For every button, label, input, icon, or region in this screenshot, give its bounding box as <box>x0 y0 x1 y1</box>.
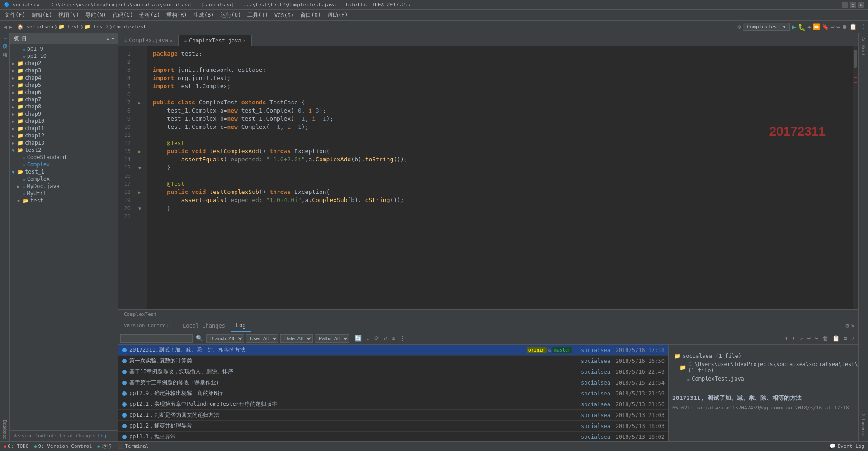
tab-complex-java[interactable]: ☕ Complex.java ✕ <box>118 35 179 46</box>
vc-log-tab[interactable]: Log <box>231 319 251 332</box>
tree-item-chap5[interactable]: ▶ 📁 chap5 <box>10 81 118 89</box>
nav-next-btn[interactable]: ▶ <box>9 23 13 30</box>
status-run[interactable]: ▶ 运行 <box>98 443 112 450</box>
vc-tool4[interactable]: ↩ <box>806 334 812 343</box>
vc-log-item-2[interactable]: 第一次实验,复数的计算类 socialsea 2018/5/16 16:50 <box>118 356 668 366</box>
toolbar-icon4[interactable]: ↩ <box>831 23 835 30</box>
gutter-fold-icon-20[interactable]: ▼ <box>138 206 141 211</box>
vc-date-filter[interactable]: Date: All <box>280 334 313 343</box>
vc-tree-root[interactable]: 📁 socialsea (1 file) <box>672 352 854 360</box>
vc-search-btn[interactable]: 🔍 <box>194 334 204 343</box>
gutter-fold-icon-15[interactable]: ▼ <box>138 165 141 170</box>
status-todo[interactable]: ● 6: TODO <box>4 443 28 449</box>
vc-settings-icon[interactable]: ⚙ <box>845 322 849 329</box>
close-btn[interactable]: ✕ <box>858 2 864 8</box>
vc-log-item-3[interactable]: 基于13章例题修改，实现插入、删除、排序 socialsea 2018/5/16… <box>118 366 668 377</box>
menu-view[interactable]: 视图(V) <box>56 10 82 20</box>
run-config-selector[interactable]: ComplexTest ▾ <box>743 23 790 31</box>
toolbar-icon2[interactable]: ⏩ <box>813 23 820 30</box>
debug-btn[interactable]: 🐛 <box>798 23 806 31</box>
tree-item-chap4[interactable]: ▶ 📁 chap4 <box>10 74 118 81</box>
status-version-control[interactable]: ● 9: Version Control <box>34 443 92 449</box>
vc-log-item-5[interactable]: pp12.9，确定并输出杨辉三角的第N行 socialsea 2018/5/13… <box>118 388 668 399</box>
vc-log-item-1[interactable]: 20172311,测试了加、减、乘、除、相等的方法 origin & maste… <box>118 345 668 356</box>
tree-item-pp1-10[interactable]: ☕ pp1_10 <box>10 52 118 60</box>
tree-item-codestandard[interactable]: ☕ CodeStandard <box>10 154 118 161</box>
menu-generate[interactable]: 生成(B) <box>191 10 217 20</box>
code-content[interactable]: 20172311 package test2; import junit.fra… <box>147 46 853 309</box>
tree-item-test2[interactable]: ▼ 📂 test2 <box>10 146 118 154</box>
vc-tool8[interactable]: ≡ <box>842 334 849 343</box>
menu-refactor[interactable]: 重构(R) <box>164 10 190 20</box>
tree-item-test-root[interactable]: ▼ 📂 test <box>10 197 118 204</box>
vc-tool3[interactable]: ↗ <box>798 334 805 343</box>
tree-item-chap12[interactable]: ▶ 📁 chap12 <box>10 132 118 139</box>
gutter-run-icon-13[interactable]: ▶ <box>138 149 141 154</box>
breadcrumb-test2[interactable]: 📁 test2 <box>84 24 108 30</box>
menu-tools[interactable]: 工具(T) <box>245 10 271 20</box>
vc-tool9[interactable]: ⚡ <box>850 334 856 343</box>
vc-refresh-btn[interactable]: 🔄 <box>353 334 363 343</box>
menu-code[interactable]: 代码(C) <box>110 10 136 20</box>
tab-close-complex[interactable]: ✕ <box>170 38 173 43</box>
vc-log-item-8[interactable]: pp11.2，捕获并处理异常 socialsea 2018/5/13 18:03 <box>118 421 668 432</box>
toolbar-icon5[interactable]: ↪ <box>836 23 840 30</box>
vc-log-item-7[interactable]: pp12.1，判断是否为回文的递归方法 socialsea 2018/5/13 … <box>118 410 668 421</box>
vc-tool2[interactable]: ⬇ <box>791 334 797 343</box>
sidebar-structure-icon[interactable]: 2:结构 <box>1 43 9 51</box>
vc-tool5[interactable]: ↪ <box>814 334 820 343</box>
vc-graph-btn[interactable]: ⊞ <box>391 334 397 343</box>
tree-item-myutil[interactable]: ☕ MyUtil <box>10 190 118 197</box>
coverage-btn[interactable]: ☂ <box>807 23 811 31</box>
toolbar-icon7[interactable]: 📋 <box>849 23 857 30</box>
vc-log-item-9[interactable]: pp11.1，抛出异常 socialsea 2018/5/13 18:02 <box>118 432 668 441</box>
tree-item-complex[interactable]: ☕ Complex <box>10 161 118 168</box>
tree-item-chap10[interactable]: ▶ 📁 chap10 <box>10 117 118 125</box>
menu-help[interactable]: 帮助(H) <box>325 10 351 20</box>
tree-item-chap6[interactable]: ▶ 📁 chap6 <box>10 89 118 96</box>
tree-item-chap8[interactable]: ▶ 📁 chap8 <box>10 103 118 110</box>
log-tab[interactable]: Log <box>98 433 106 438</box>
vc-tool1[interactable]: ⬆ <box>783 334 789 343</box>
tree-item-mydoc[interactable]: ▶ ☕ MyDoc.java <box>10 183 118 190</box>
menu-window[interactable]: 窗口(O) <box>297 10 324 20</box>
vc-arrow-down-btn[interactable]: ↓ <box>365 334 371 343</box>
tab-close-complextest[interactable]: ✕ <box>243 38 246 43</box>
tree-item-complex2[interactable]: ☕ Complex <box>10 175 118 183</box>
project-collapse-icon[interactable]: − <box>111 36 114 42</box>
vc-branch-filter[interactable]: Branch: All <box>206 334 244 343</box>
scrollbar-thumb[interactable] <box>854 50 857 68</box>
vc-paths-filter[interactable]: Paths: All <box>315 334 349 343</box>
vc-tree-file[interactable]: ☕ ComplexTest.java <box>672 375 854 383</box>
tree-item-chap3[interactable]: ▶ 📁 chap3 <box>10 67 118 74</box>
ant-build-label[interactable]: Ant Build <box>860 33 867 59</box>
vc-tool6[interactable]: 🗑 <box>821 334 830 343</box>
tree-item-chap13[interactable]: ▶ 📁 chap13 <box>10 139 118 146</box>
toolbar-icon3[interactable]: 🔖 <box>822 23 829 30</box>
nav-prev-btn[interactable]: ◀ <box>4 23 7 30</box>
menu-nav[interactable]: 导航(N) <box>83 10 109 20</box>
vc-local-changes-tab[interactable]: Local Changes <box>177 319 231 332</box>
vc-close-icon[interactable]: ✕ <box>851 322 854 329</box>
toolbar-icon8[interactable]: ⛶ <box>859 23 864 30</box>
vc-sync-btn[interactable]: ⟳ <box>373 334 381 343</box>
status-event-log[interactable]: 💬 Event Log <box>830 443 864 449</box>
run-btn[interactable]: ▶ <box>792 23 796 31</box>
gutter-run-icon-7[interactable]: ▶ <box>138 100 141 105</box>
menu-file[interactable]: 文件(F) <box>2 10 28 20</box>
menu-edit[interactable]: 编辑(E) <box>29 10 55 20</box>
vc-log-item-4[interactable]: 基于第十三章例题的修改（课堂作业） socialsea 2018/5/15 21… <box>118 377 668 388</box>
vc-more-btn[interactable]: ⋮ <box>398 334 407 343</box>
vc-tree-path[interactable]: 📁 C:\Users\user\IdeaProjects\socialsea\s… <box>672 360 854 375</box>
window-controls[interactable]: ─ □ ✕ <box>842 2 864 8</box>
local-changes-tab[interactable]: Local Changes <box>60 433 95 438</box>
vc-user-filter[interactable]: User: All <box>246 334 278 343</box>
breadcrumb-test[interactable]: 📁 test <box>58 24 80 30</box>
breadcrumb-file[interactable]: ComplexTest <box>113 24 146 30</box>
vc-tool7[interactable]: 📋 <box>831 334 841 343</box>
minimize-btn[interactable]: ─ <box>842 2 848 8</box>
maximize-btn[interactable]: □ <box>850 2 856 8</box>
tab-complextest-java[interactable]: ☕ ComplexTest.java ✕ <box>179 35 252 46</box>
tree-item-chap7[interactable]: ▶ 📁 chap7 <box>10 96 118 103</box>
vc-merge-btn[interactable]: ⇄ <box>382 334 389 343</box>
